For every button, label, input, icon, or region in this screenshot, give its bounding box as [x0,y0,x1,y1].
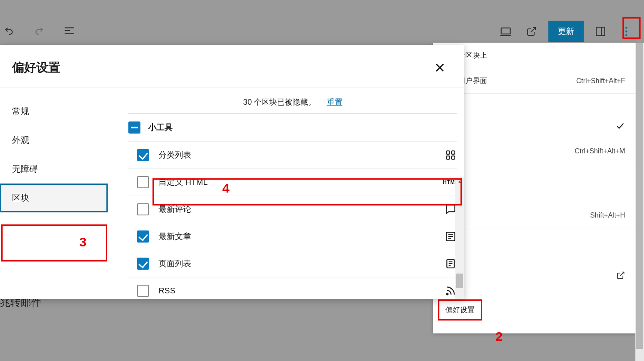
block-label: 分类列表 [159,149,191,161]
scroll-up-icon[interactable]: ▲ [455,177,464,185]
prefs-sidebar: 常规 外观 无障碍 区块 [0,87,108,299]
document-outline-icon[interactable] [60,22,78,40]
annotation-box-1 [622,17,641,39]
svg-rect-15 [451,151,455,154]
svg-rect-14 [446,151,450,154]
block-label: RSS [159,286,175,296]
page-scrollbar[interactable] [635,43,644,361]
block-label: 自定义 HTML [159,177,208,188]
block-row-latest-comments[interactable]: 最新评论 [128,196,457,223]
external-link-icon [616,271,625,280]
modal-body: 常规 外观 无障碍 区块 3 30 个区块已被隐藏。 重置 小工具 [0,87,464,299]
checkbox[interactable] [137,176,149,188]
checkbox[interactable] [137,258,149,270]
scrollbar-thumb[interactable] [636,43,643,349]
undo-icon[interactable] [0,22,18,40]
editor-topbar: 更新 [0,0,644,43]
grid-icon [444,149,457,162]
close-icon[interactable] [432,60,448,75]
checkbox-indeterminate-icon[interactable] [128,121,140,134]
block-label: 最新文章 [159,231,191,242]
block-label: 最新评论 [159,204,191,215]
desktop-view-icon[interactable] [497,22,515,40]
external-link-icon[interactable] [523,22,541,40]
block-row-categories[interactable]: 分类列表 [128,141,457,168]
checkbox[interactable] [137,285,149,297]
svg-rect-3 [501,28,510,34]
checkbox[interactable] [137,149,149,161]
sidebar-item-appearance[interactable]: 外观 [0,126,108,155]
scrollbar-thumb[interactable] [456,274,463,288]
reset-link[interactable]: 重置 [327,98,342,106]
sidebar-item-blocks[interactable]: 区块 [0,184,108,212]
sidebar-item-general[interactable]: 常规 [0,97,108,126]
svg-rect-6 [596,27,605,36]
svg-line-11 [620,272,624,276]
prefs-content: 30 个区块已被隐藏。 重置 小工具 分类列表 [108,87,464,299]
block-row-rss[interactable]: RSS [128,277,457,299]
hidden-blocks-notice: 30 个区块已被隐藏。 重置 [128,87,457,113]
notice-text: 30 个区块已被隐藏。 [243,98,316,106]
toolbar-right-group: 更新 [497,21,635,42]
toolbar-left-group [0,22,78,40]
annotation-num-4: 4 [222,181,230,196]
sidebar-item-accessibility[interactable]: 无障碍 [0,155,108,184]
preferences-modal: 偏好设置 常规 外观 无障碍 区块 3 30 个区块已被隐藏。 重置 小工具 [0,45,464,299]
svg-point-26 [447,293,448,295]
checkbox[interactable] [137,203,149,215]
section-widgets[interactable]: 小工具 [128,114,457,141]
section-title: 小工具 [148,122,173,133]
modal-header: 偏好设置 [0,45,464,87]
dd-shortcut: Ctrl+Shift+Alt+M [575,147,625,155]
settings-panel-toggle-icon[interactable] [591,22,610,40]
dd-label: 偏好设置 [445,306,475,314]
modal-title: 偏好设置 [12,59,60,76]
block-row-page-list[interactable]: 页面列表 [128,250,457,277]
redo-icon[interactable] [30,22,48,40]
annotation-num-3: 3 [79,235,87,249]
block-row-custom-html[interactable]: 自定义 HTML HTML [128,168,457,196]
svg-rect-17 [451,156,455,159]
annotation-num-2: 2 [495,329,503,344]
svg-rect-16 [446,156,450,159]
check-icon [616,121,625,131]
content-scrollbar[interactable]: ▲ [455,177,464,299]
update-button[interactable]: 更新 [548,21,584,42]
block-row-latest-posts[interactable]: 最新文章 [128,223,457,250]
svg-line-5 [531,28,535,32]
dd-shortcut: Shift+Alt+H [590,212,625,219]
dd-shortcut: Ctrl+Shift+Alt+F [576,77,625,85]
block-label: 页面列表 [159,258,191,269]
checkbox[interactable] [137,230,149,243]
